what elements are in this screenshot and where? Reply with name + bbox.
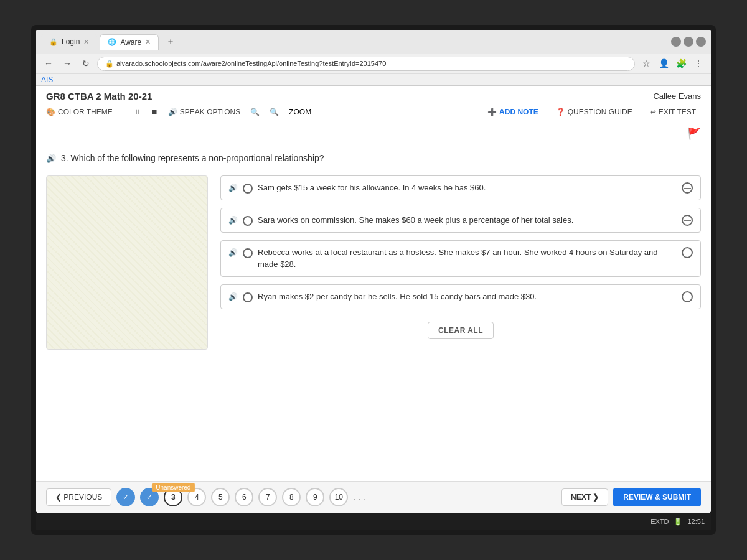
stop-icon: ⏹ <box>151 108 158 116</box>
question-text: 3. Which of the following represents a n… <box>61 153 324 163</box>
question-number-7[interactable]: 7 <box>258 488 277 506</box>
zoom-label: ZOOM <box>289 108 311 116</box>
login-tab-label: Login <box>62 37 80 46</box>
answer-option-d[interactable]: 🔊 Ryan makes $2 per candy bar he sells. … <box>220 284 701 309</box>
answer-d-speak-icon[interactable]: 🔊 <box>228 292 238 301</box>
battery-icon: 🔋 <box>674 518 682 526</box>
pause-icon: ⏸ <box>133 108 141 116</box>
tab-login[interactable]: 🔒 Login ✕ <box>41 34 97 50</box>
answer-option-c[interactable]: 🔊 Rebecca works at a local restaurant as… <box>220 240 701 276</box>
answer-c-radio[interactable] <box>243 248 253 258</box>
flag-icon[interactable]: 🚩 <box>687 127 701 141</box>
answer-a-eliminate-button[interactable]: — <box>682 182 693 194</box>
question-number-9[interactable]: 9 <box>306 488 324 506</box>
forward-button[interactable]: → <box>60 56 75 71</box>
new-tab-button[interactable]: ＋ <box>161 34 180 50</box>
question-guide-icon: ❓ <box>556 108 565 116</box>
question-speak-icon[interactable]: 🔊 <box>46 154 56 163</box>
color-theme-button[interactable]: 🎨 COLOR THEME <box>46 108 113 116</box>
speak-options-label: SPEAK OPTIONS <box>180 108 240 116</box>
back-button[interactable]: ← <box>41 56 56 71</box>
toolbar-divider-1 <box>123 106 123 118</box>
answer-a-speak-icon[interactable]: 🔊 <box>228 184 238 192</box>
close-button[interactable] <box>696 37 706 47</box>
answer-a-radio[interactable] <box>243 184 253 194</box>
exit-test-icon: ↩ <box>650 108 656 116</box>
ellipsis: . . . <box>353 492 365 502</box>
answer-b-speak-icon[interactable]: 🔊 <box>228 216 238 225</box>
address-bar[interactable]: 🔒 alvarado.schoolobjects.com/aware2/onli… <box>97 57 635 71</box>
zoom-out-button[interactable]: 🔍 <box>250 108 260 116</box>
speak-icon: 🔊 <box>168 108 177 116</box>
answer-b-radio[interactable] <box>243 216 253 226</box>
bookmark-ais[interactable]: AIS <box>41 75 53 84</box>
review-submit-button[interactable]: REVIEW & SUBMIT <box>613 488 701 506</box>
next-button[interactable]: NEXT ❯ <box>561 488 608 506</box>
profile-button[interactable]: 👤 <box>656 56 671 71</box>
answer-option-a[interactable]: 🔊 Sam gets $15 a week for his allowance.… <box>220 175 701 200</box>
answer-d-radio[interactable] <box>243 292 253 302</box>
maximize-button[interactable] <box>684 37 693 47</box>
answer-d-text: Ryan makes $2 per candy bar he sells. He… <box>258 291 677 302</box>
question-number-5[interactable]: 5 <box>211 488 230 506</box>
answer-b-eliminate-button[interactable]: — <box>682 215 693 226</box>
reload-button[interactable]: ↻ <box>78 56 93 71</box>
question-number-1[interactable]: ✓ <box>116 488 135 506</box>
answer-b-text: Sara works on commission. She makes $60 … <box>258 215 677 226</box>
stop-button[interactable]: ⏹ <box>151 108 158 116</box>
question-guide-label: QUESTION GUIDE <box>568 108 632 116</box>
bookmark-star-button[interactable]: ☆ <box>639 56 654 71</box>
aware-tab-close[interactable]: ✕ <box>145 38 151 46</box>
color-theme-icon: 🎨 <box>46 108 55 116</box>
answer-c-text: Rebecca works at a local restaurant as a… <box>258 247 677 269</box>
zoom-in-icon: 🔍 <box>270 108 279 116</box>
question-guide-button[interactable]: ❓ QUESTION GUIDE <box>551 105 637 119</box>
menu-button[interactable]: ⋮ <box>691 56 706 71</box>
question-number-10[interactable]: 10 <box>329 488 348 506</box>
time-label: 12:51 <box>687 518 705 525</box>
add-note-icon: ➕ <box>487 108 497 116</box>
extensions-button[interactable]: 🧩 <box>674 56 688 71</box>
question-number-3-wrapper: Unanswered 3 <box>164 488 182 506</box>
zoom-in-button[interactable]: 🔍 <box>270 108 279 116</box>
question-number-6[interactable]: 6 <box>235 488 253 506</box>
add-note-label: ADD NOTE <box>499 108 538 116</box>
login-tab-icon: 🔒 <box>49 38 58 46</box>
answers-area: 🔊 Sam gets $15 a week for his allowance.… <box>220 175 701 350</box>
tab-aware[interactable]: 🌐 Aware ✕ <box>100 34 159 50</box>
question-image <box>46 175 208 350</box>
question-number-8[interactable]: 8 <box>282 488 301 506</box>
answer-c-eliminate-button[interactable]: — <box>682 247 693 258</box>
exit-test-button[interactable]: ↩ EXIT TEST <box>645 105 701 119</box>
unanswered-badge: Unanswered <box>152 483 194 492</box>
clear-all-button[interactable]: CLEAR ALL <box>428 322 494 339</box>
app-title: GR8 CTBA 2 Math 20-21 <box>46 91 152 101</box>
exit-test-label: EXIT TEST <box>659 108 696 116</box>
add-note-button[interactable]: ➕ ADD NOTE <box>482 105 543 119</box>
answer-d-eliminate-button[interactable]: — <box>682 291 693 302</box>
zoom-out-icon: 🔍 <box>250 108 260 116</box>
bottom-nav: ❮ PREVIOUS ✓ ✓ Unanswered 3 4 5 <box>36 481 711 513</box>
pause-button[interactable]: ⏸ <box>133 108 141 116</box>
answer-c-speak-icon[interactable]: 🔊 <box>228 248 238 257</box>
speak-options-button[interactable]: 🔊 SPEAK OPTIONS <box>168 108 240 116</box>
aware-tab-label: Aware <box>120 38 141 47</box>
minimize-button[interactable] <box>671 37 681 47</box>
login-tab-close[interactable]: ✕ <box>83 38 89 46</box>
answer-a-text: Sam gets $15 a week for his allowance. I… <box>258 182 677 194</box>
previous-button[interactable]: ❮ PREVIOUS <box>46 488 111 506</box>
aware-tab-icon: 🌐 <box>108 38 116 46</box>
user-name: Callee Evans <box>653 91 701 101</box>
color-theme-label: COLOR THEME <box>58 108 113 116</box>
answer-option-b[interactable]: 🔊 Sara works on commission. She makes $6… <box>220 208 701 233</box>
extd-label: EXTD <box>651 518 669 525</box>
new-tab-icon: ＋ <box>166 36 175 46</box>
address-text: alvarado.schoolobjects.com/aware2/online… <box>116 60 386 67</box>
lock-icon: 🔒 <box>105 60 114 68</box>
